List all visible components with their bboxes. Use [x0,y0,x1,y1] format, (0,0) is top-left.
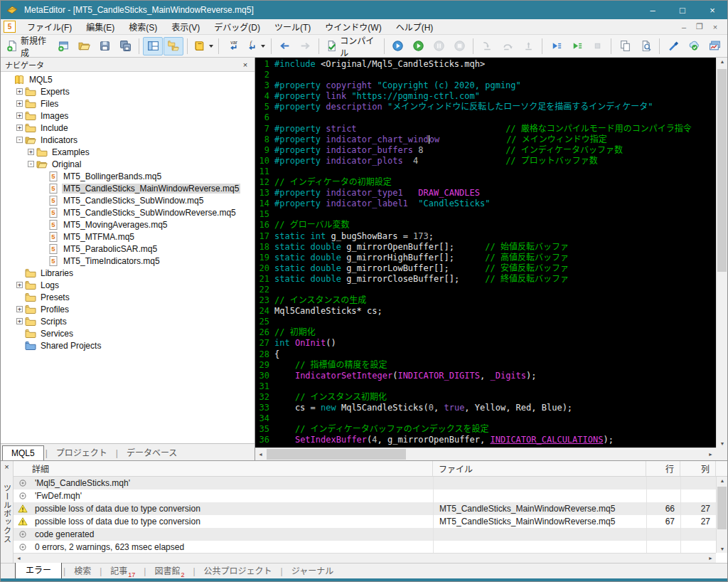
tree-item[interactable]: +Experts [1,85,255,97]
debug-stop-button[interactable] [449,37,469,55]
tree-item[interactable]: 5MT5_CandleSticks_SubWindowReverse.mq5 [1,206,255,218]
toolbox-row[interactable]: possible loss of data due to type conver… [14,515,716,528]
code-area[interactable]: 1#include <Original/Mql5_CandleSticks.mq… [255,58,716,448]
copy-button[interactable] [615,37,635,55]
go-back-button[interactable] [274,37,294,55]
expand-icon[interactable]: + [28,149,34,155]
scroll-right-icon[interactable]: ► [708,452,713,457]
expand-icon[interactable]: + [16,318,23,324]
tree-item[interactable]: 5MT5_CandleSticks_SubWindow.mq5 [1,194,255,206]
mdi-minimize-button[interactable]: – [678,23,690,31]
expand-icon[interactable]: + [16,100,23,107]
dropdown-arrow-icon[interactable] [209,45,213,48]
tree-item[interactable]: Libraries [1,267,255,279]
toolbox-vertical-scrollbar[interactable]: ▲ ▼ [716,477,727,553]
menu-item[interactable]: ウインドウ(W) [318,19,388,34]
expand-icon[interactable]: + [16,306,23,312]
scroll-right-icon[interactable]: ► [708,556,713,561]
tree-item[interactable]: +Scripts [1,315,255,327]
step-over-button[interactable] [498,37,518,55]
mdi-restore-button[interactable]: ❐ [693,22,706,31]
menu-item[interactable]: ツール(T) [267,19,318,34]
go-forward-button[interactable] [295,37,315,55]
scroll-left-icon[interactable]: ◄ [16,556,21,561]
toolbox-row[interactable]: 0 errors, 2 warnings, 623 msec elapsed [14,541,716,553]
debug-start-button[interactable] [408,37,428,55]
check-sync-button[interactable] [684,37,704,55]
menu-item[interactable]: ヘルプ(H) [389,19,441,34]
profile-stop-button[interactable] [587,37,607,55]
toolbox-close-icon[interactable]: × [4,462,9,471]
tree-item[interactable]: +Logs [1,279,255,291]
minimize-button[interactable]: – [638,1,668,19]
tree-item[interactable]: +Profiles [1,303,255,315]
tree-item[interactable]: Shared Projects [1,339,255,351]
new-project-button[interactable] [53,37,73,55]
code-editor[interactable]: 1#include <Original/Mql5_CandleSticks.mq… [255,58,727,460]
editor-horizontal-scrollbar[interactable]: ◄ ► [255,448,716,460]
insert-function-button[interactable]: f [243,37,267,55]
compile-button[interactable]: コンパイル [323,37,380,55]
tree-item[interactable]: 5MT5_TimeIndicators.mq5 [1,255,255,267]
mdi-close-button[interactable]: × [709,23,722,31]
tree-item[interactable]: +Include [1,122,255,134]
collapse-icon[interactable]: - [16,137,23,143]
maximize-button[interactable]: □ [668,1,697,19]
step-out-button[interactable] [518,37,538,55]
toolbox-tab-エラー[interactable]: エラー [15,561,62,578]
tree-item[interactable]: 5MT5_MTFMA.mq5 [1,231,255,243]
new-file-button[interactable]: 新規作成 [4,37,53,55]
expand-icon[interactable]: + [16,125,23,131]
open-terminal-button[interactable] [705,37,724,55]
tree-item[interactable]: -Original [1,158,255,170]
save-button[interactable] [95,37,114,55]
editor-hscroll-thumb[interactable] [267,449,406,460]
tree-item[interactable]: Services [1,327,255,339]
expand-icon[interactable]: + [16,88,23,95]
print-preview-button[interactable] [636,37,655,55]
toolbox-row[interactable]: 'FwDef.mqh' [14,490,716,502]
profile-start-button[interactable] [546,37,566,55]
toggle-layout-button[interactable] [143,37,163,55]
tree-item[interactable]: MQL5 [1,73,255,85]
mql5-reference-button[interactable] [191,37,215,55]
navigator-close-icon[interactable]: × [240,60,250,69]
toolbox-vscroll-thumb[interactable] [717,487,727,529]
expand-icon[interactable]: + [16,282,23,288]
dropdown-arrow-icon[interactable] [261,45,265,48]
toolbox-row[interactable]: possible loss of data due to type conver… [14,502,716,515]
tree-item[interactable]: +Examples [1,146,255,158]
styler-button[interactable] [663,37,683,55]
toolbox-tab-ジャーナル[interactable]: ジャーナル [284,563,341,578]
scroll-up-icon[interactable]: ▲ [717,59,728,64]
menu-item[interactable]: デバッグ(D) [207,19,267,34]
debug-pause-button[interactable] [429,37,449,55]
tree-item[interactable]: -Indicators [1,134,255,146]
toggle-navigator-button[interactable] [164,37,183,55]
debug-history-button[interactable] [387,37,407,55]
toolbox-horizontal-scrollbar[interactable]: ◄ ► [14,553,716,563]
tree-item[interactable]: +Files [1,97,255,110]
close-button[interactable]: × [697,1,727,19]
menu-item[interactable]: 編集(E) [79,19,122,34]
toolbox-tab-記事[interactable]: 記事17 [103,563,142,578]
toolbox-tab-公共プロジェクト[interactable]: 公共プロジェクト [197,563,279,578]
toolbox-row[interactable]: code generated [14,528,716,541]
scroll-down-icon[interactable]: ▼ [717,441,728,446]
navigator-tab-MQL5[interactable]: MQL5 [2,445,44,460]
tree-item[interactable]: 5MT5_ParabolicSAR.mq5 [1,243,255,255]
tree-item[interactable]: 5MT5_BollingerBands.mq5 [1,170,255,182]
save-all-button[interactable] [115,37,135,55]
menu-item[interactable]: 検索(S) [122,19,164,34]
profile-start-alt-button[interactable] [567,37,587,55]
toolbox-tab-図書館[interactable]: 図書館2 [147,563,191,578]
insert-variable-button[interactable]: var [223,37,242,55]
open-file-button[interactable] [74,37,94,55]
tree-item[interactable]: Presets [1,291,255,303]
step-into-button[interactable] [477,37,497,55]
expand-icon[interactable]: + [16,112,23,119]
editor-vertical-scrollbar[interactable]: ▲ ▼ [716,58,727,448]
scroll-left-icon[interactable]: ◄ [258,452,263,457]
menu-item[interactable]: ファイル(F) [20,19,79,34]
toolbox-row[interactable]: 'Mql5_CandleSticks.mqh' [14,477,716,490]
